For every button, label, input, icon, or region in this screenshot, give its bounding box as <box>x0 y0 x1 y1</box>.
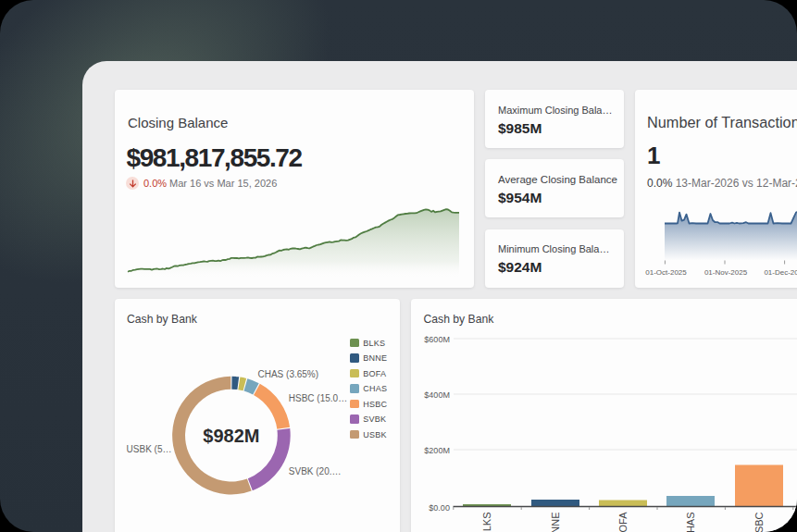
svg-text:HSBC: HSBC <box>753 512 765 532</box>
svg-text:01-Oct-2025: 01-Oct-2025 <box>645 268 687 277</box>
svg-text:HSBC (15.0…: HSBC (15.0… <box>289 393 347 403</box>
svg-text:01-Dec-2025: 01-Dec-2025 <box>764 268 797 277</box>
svg-text:$400M: $400M <box>424 390 450 400</box>
svg-text:CHAS: CHAS <box>685 513 696 532</box>
svg-text:BNNE: BNNE <box>550 513 561 532</box>
svg-text:SVBK (20.…: SVBK (20.… <box>289 466 342 476</box>
svg-text:01-Nov-2025: 01-Nov-2025 <box>704 268 748 277</box>
svg-text:BLKS: BLKS <box>481 513 492 532</box>
svg-text:$200M: $200M <box>424 446 450 455</box>
svg-text:BOFA: BOFA <box>617 512 629 532</box>
svg-text:$982M: $982M <box>203 426 259 446</box>
svg-text:$600M: $600M <box>424 335 450 344</box>
svg-text:USBK (5…: USBK (5… <box>127 444 172 454</box>
svg-text:CHAS (3.65%): CHAS (3.65%) <box>258 369 319 379</box>
svg-text:$0.00: $0.00 <box>429 503 450 513</box>
